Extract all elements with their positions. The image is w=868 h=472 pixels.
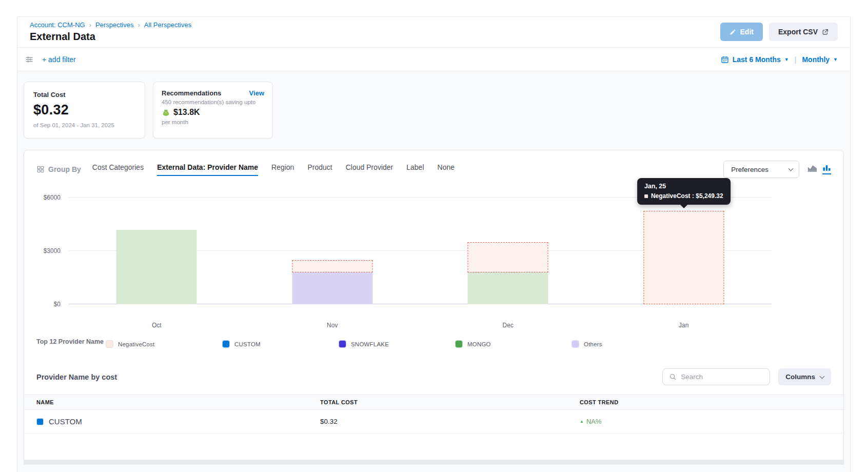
area-chart-icon[interactable] (807, 164, 817, 173)
bar-chart-icon[interactable] (822, 164, 831, 174)
grid-icon (36, 165, 45, 173)
tab-label[interactable]: Label (406, 163, 424, 176)
y-axis: $0$3000$6000 (36, 185, 65, 304)
savings-value: $13.8K (173, 108, 200, 117)
perspective-card: Group By Cost Categories External Data: … (24, 150, 844, 464)
breadcrumb: Account: CCM-NGPerspectivesAll Perspecti… (30, 21, 191, 29)
content-area: Total Cost $0.32 of Sep 01, 2024 - Jan 3… (17, 71, 850, 472)
legend-item-negativecost[interactable]: NegativeCost (106, 340, 222, 348)
x-axis-label: Dec (420, 322, 596, 329)
recommendations-label: Recommendations (162, 89, 221, 97)
chart-plot: Jan, 25 NegativeCost : $5,249.32 (69, 185, 772, 304)
total-cost-value: $0.32 (33, 102, 135, 118)
legend-swatch (106, 340, 113, 348)
legend-item-mongo[interactable]: MONGO (455, 340, 571, 348)
column-header-name[interactable]: NAME (36, 399, 320, 405)
column-header-cost-trend[interactable]: COST TREND (580, 399, 831, 405)
tab-region[interactable]: Region (271, 163, 294, 176)
bar-mongo-dec[interactable] (468, 272, 548, 304)
breadcrumb-perspectives[interactable]: Perspectives (95, 21, 144, 29)
caret-down-icon[interactable]: ▼ (833, 57, 838, 62)
preferences-dropdown[interactable]: Preferences (723, 161, 799, 178)
group-by-tabs: Cost Categories External Data: Provider … (92, 163, 455, 176)
provider-name: CUSTOM (49, 417, 82, 426)
tab-cost-categories[interactable]: Cost Categories (92, 163, 144, 176)
savings-period: per month (162, 119, 264, 125)
y-axis-tick: $6000 (44, 194, 61, 201)
date-range-dropdown[interactable]: Last 6 Months (733, 55, 781, 64)
y-axis-tick: $0 (54, 301, 61, 308)
chevron-down-icon (788, 166, 794, 171)
row-total-cost: $0.32 (320, 418, 580, 425)
total-cost-label: Total Cost (33, 91, 135, 99)
search-input[interactable] (681, 373, 758, 381)
legend-title: Top 12 Provider Name (36, 337, 106, 346)
page-header: Account: CCM-NGPerspectivesAll Perspecti… (17, 17, 850, 48)
legend-swatch (222, 340, 230, 348)
divider: | (795, 55, 797, 64)
legend-swatch (571, 340, 579, 348)
cost-chart: $0$3000$6000 Jan, 25 NegativeCost : $5,2… (36, 185, 772, 320)
external-link-icon (822, 29, 828, 35)
app-frame: Account: CCM-NGPerspectivesAll Perspecti… (17, 16, 851, 472)
provider-color-swatch (36, 418, 44, 425)
legend-swatch (339, 340, 346, 348)
breadcrumb-account[interactable]: Account: CCM-NG (30, 21, 95, 29)
search-box (662, 368, 770, 385)
bar-negativecost-nov[interactable] (292, 260, 372, 272)
view-recommendations-link[interactable]: View (249, 89, 264, 97)
tooltip-title: Jan, 25 (644, 183, 723, 190)
tab-cloud-provider[interactable]: Cloud Provider (346, 163, 393, 176)
legend-item-snowflake[interactable]: SNOWFLAKE (339, 340, 455, 348)
tab-none[interactable]: None (438, 163, 455, 176)
pencil-icon (729, 29, 736, 35)
legend-swatch (455, 340, 463, 348)
table-header-row: NAME TOTAL COST COST TREND (24, 395, 843, 410)
recommendations-card: Recommendations View 450 recommendation(… (153, 82, 273, 139)
breadcrumb-all-perspectives[interactable]: All Perspectives (144, 21, 191, 29)
export-csv-button[interactable]: Export CSV (769, 23, 838, 41)
bar-mongo-oct[interactable] (116, 230, 197, 304)
total-cost-card: Total Cost $0.32 of Sep 01, 2024 - Jan 3… (24, 82, 145, 139)
chart-legend: Top 12 Provider Name NegativeCost CUSTOM… (36, 337, 831, 348)
granularity-dropdown[interactable]: Monthly (802, 55, 830, 64)
x-axis-label: Oct (69, 322, 245, 329)
edit-button[interactable]: Edit (720, 23, 763, 41)
add-filter-button[interactable]: + add filter (42, 55, 76, 64)
tooltip-arrow (680, 205, 687, 208)
legend-item-others[interactable]: Others (571, 340, 688, 348)
y-axis-tick: $3000 (44, 247, 61, 254)
horizontal-scrollbar[interactable] (24, 460, 843, 464)
search-icon (669, 373, 677, 381)
x-axis: OctNovDecJan (69, 322, 772, 329)
column-header-total-cost[interactable]: TOTAL COST (320, 399, 580, 405)
money-bag-icon (162, 108, 170, 117)
recommendations-subtitle: 450 recommendation(s) saving upto (162, 99, 264, 105)
x-axis-label: Nov (245, 322, 421, 329)
chevron-down-icon (820, 373, 825, 379)
table-row[interactable]: CUSTOM $0.32 ▲ NA% (24, 410, 843, 434)
filter-sliders-icon[interactable] (25, 55, 34, 64)
tab-product[interactable]: Product (307, 163, 332, 176)
group-by-label: Group By (48, 165, 81, 173)
columns-button[interactable]: Columns (778, 368, 831, 385)
page-title: External Data (30, 31, 191, 43)
x-axis-label: Jan (596, 322, 772, 329)
bar-negativecost-dec[interactable] (468, 242, 548, 272)
tab-external-data-provider-name[interactable]: External Data: Provider Name (157, 163, 258, 176)
legend-item-custom[interactable]: CUSTOM (222, 340, 339, 348)
bar-others-nov[interactable] (292, 272, 372, 304)
bar-negativecost-jan[interactable] (643, 211, 724, 304)
tooltip-series-marker (644, 194, 648, 198)
cost-trend-value: NA% (586, 418, 602, 425)
total-cost-period: of Sep 01, 2024 - Jan 31, 2025 (33, 122, 135, 128)
caret-down-icon[interactable]: ▼ (784, 57, 789, 62)
calendar-icon (721, 55, 729, 64)
tooltip-text: NegativeCost : $5,249.32 (651, 192, 723, 200)
trend-up-icon: ▲ (580, 419, 584, 424)
chart-tooltip: Jan, 25 NegativeCost : $5,249.32 (637, 178, 731, 205)
table-title: Provider Name by cost (36, 373, 117, 381)
filter-bar: + add filter Last 6 Months ▼ | Monthly ▼ (17, 48, 850, 71)
